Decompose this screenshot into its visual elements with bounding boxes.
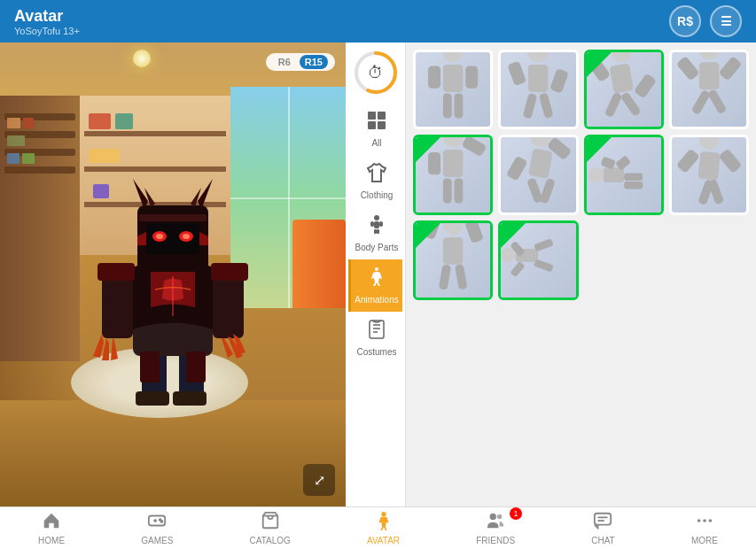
menu-icon: ☰ <box>721 14 732 28</box>
svg-rect-39 <box>428 66 440 88</box>
svg-point-37 <box>443 50 463 62</box>
svg-rect-27 <box>374 221 379 228</box>
sidebar-item-body-parts[interactable]: Body Parts <box>348 207 401 259</box>
fullscreen-button[interactable]: ⤢ <box>303 464 335 496</box>
svg-rect-48 <box>539 92 554 119</box>
animation-card-1[interactable] <box>413 50 493 129</box>
r6-button[interactable]: R6 <box>273 55 296 69</box>
svg-rect-78 <box>624 182 643 189</box>
svg-rect-86 <box>443 237 463 265</box>
svg-rect-30 <box>374 229 377 234</box>
sidebar: ⏱ All Clothing Body Parts Animations Cos… <box>346 43 406 506</box>
catalog-nav-icon <box>261 511 280 535</box>
home-nav-icon <box>42 511 61 535</box>
svg-point-32 <box>375 267 378 271</box>
svg-point-101 <box>161 521 163 522</box>
animation-card-10[interactable] <box>498 220 578 300</box>
svg-rect-33 <box>370 321 384 338</box>
svg-rect-81 <box>676 149 700 174</box>
animation-figure-2 <box>501 52 575 127</box>
svg-rect-106 <box>595 514 611 525</box>
friends-nav-icon <box>486 511 505 535</box>
home-nav-label: HOME <box>38 536 65 545</box>
nav-item-games[interactable]: GAMES <box>134 507 180 549</box>
svg-rect-46 <box>549 68 569 94</box>
costumes-icon <box>366 319 387 345</box>
friends-nav-label: FRIENDS <box>476 536 515 545</box>
animation-card-3[interactable] <box>584 50 664 129</box>
nav-item-catalog[interactable]: CATALOG <box>243 507 298 549</box>
selected-indicator <box>416 137 440 162</box>
svg-point-15 <box>156 234 163 239</box>
animations-label: Animations <box>355 295 398 305</box>
games-nav-icon <box>147 511 167 535</box>
animation-figure-6 <box>501 137 575 212</box>
body-parts-label: Body Parts <box>355 243 399 252</box>
animation-card-9[interactable] <box>413 220 493 300</box>
sidebar-item-clothing[interactable]: Clothing <box>348 155 401 207</box>
animation-card-8[interactable] <box>669 135 749 214</box>
selected-indicator <box>587 137 612 162</box>
menu-button[interactable]: ☰ <box>710 5 742 37</box>
svg-rect-47 <box>523 93 538 120</box>
nav-item-more[interactable]: MORE <box>684 507 725 549</box>
svg-rect-88 <box>464 220 484 244</box>
all-icon <box>366 110 387 136</box>
chat-nav-icon <box>593 511 612 535</box>
animations-grid <box>413 50 749 300</box>
svg-rect-53 <box>604 91 622 118</box>
sidebar-item-costumes[interactable]: Costumes <box>348 312 401 364</box>
more-nav-label: MORE <box>691 536 718 545</box>
svg-rect-60 <box>707 89 728 114</box>
svg-rect-89 <box>439 265 452 290</box>
svg-rect-65 <box>443 179 452 204</box>
svg-rect-90 <box>455 264 468 290</box>
svg-rect-3 <box>173 391 207 406</box>
sidebar-item-all[interactable]: All <box>348 103 401 155</box>
r15-button[interactable]: R15 <box>300 55 328 69</box>
svg-rect-63 <box>462 135 487 158</box>
sidebar-item-animations[interactable]: Animations <box>348 259 401 312</box>
svg-rect-50 <box>609 63 633 93</box>
svg-rect-45 <box>508 61 527 87</box>
animation-card-7[interactable] <box>584 135 664 214</box>
avatar-figure <box>84 152 261 418</box>
main-content: R6 R15 ⤢ ⏱ All Clothing Body Parts Anima… <box>0 43 756 506</box>
svg-rect-93 <box>534 238 554 251</box>
svg-rect-18 <box>140 352 160 383</box>
clothing-icon <box>366 162 387 189</box>
selected-indicator <box>416 223 440 248</box>
svg-rect-70 <box>506 156 528 182</box>
svg-rect-41 <box>443 93 452 118</box>
svg-rect-52 <box>633 73 656 99</box>
nav-item-friends[interactable]: FRIENDS 1 <box>469 507 522 549</box>
animation-card-2[interactable] <box>498 50 578 129</box>
robux-icon: R$ <box>677 14 693 28</box>
games-nav-label: GAMES <box>141 536 173 545</box>
avatar-nav-label: AVATAR <box>367 536 400 545</box>
animation-figure-4 <box>672 52 746 127</box>
robux-button[interactable]: R$ <box>669 5 701 37</box>
svg-point-49 <box>612 50 631 62</box>
svg-point-16 <box>183 234 190 239</box>
svg-rect-40 <box>465 66 478 88</box>
nav-item-home[interactable]: HOME <box>31 507 72 549</box>
animation-figure-1 <box>416 52 490 127</box>
svg-rect-56 <box>699 62 719 89</box>
costumes-label: Costumes <box>356 347 396 357</box>
svg-rect-25 <box>378 121 386 129</box>
user-info: YoSoyTofu 13+ <box>14 26 80 36</box>
selected-indicator <box>501 223 526 248</box>
nav-item-avatar[interactable]: AVATAR <box>360 507 407 549</box>
svg-rect-24 <box>368 121 376 129</box>
svg-point-73 <box>588 167 604 182</box>
animation-card-4[interactable] <box>669 50 749 129</box>
progress-circle: ⏱ <box>353 50 399 96</box>
animation-card-6[interactable] <box>498 135 578 214</box>
svg-rect-94 <box>534 259 554 272</box>
svg-rect-74 <box>603 167 623 182</box>
nav-item-chat[interactable]: CHAT <box>584 507 621 549</box>
svg-rect-9 <box>211 263 248 281</box>
animation-card-5[interactable] <box>413 135 493 214</box>
sidebar-items: All Clothing Body Parts Animations Costu… <box>348 103 401 364</box>
